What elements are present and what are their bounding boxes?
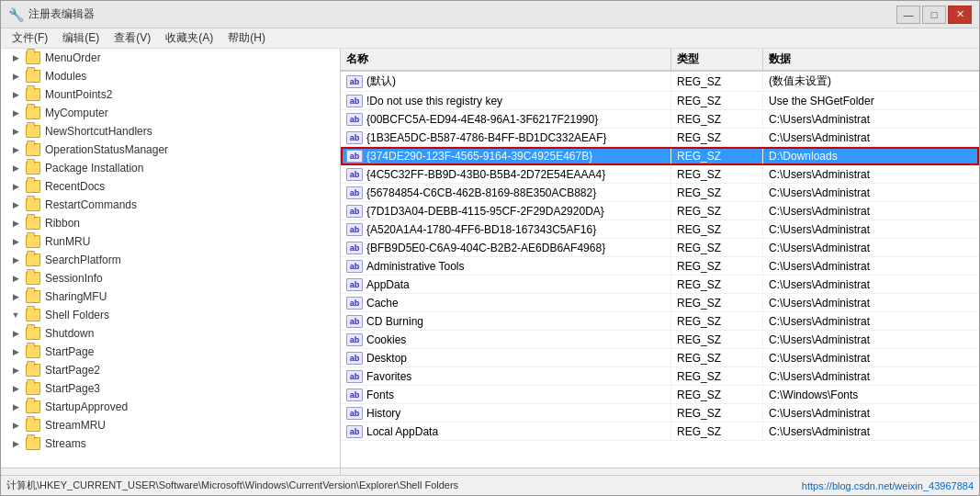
tree-item[interactable]: RecentDocs: [1, 177, 340, 196]
tree-item[interactable]: Package Installation: [1, 159, 340, 177]
menu-favorites[interactable]: 收藏夹(A): [158, 28, 220, 48]
table-row[interactable]: abDesktopREG_SZC:\Users\Administrat: [341, 349, 979, 367]
table-row[interactable]: ab{374DE290-123F-4565-9164-39C4925E467B}…: [341, 147, 979, 165]
tree-item[interactable]: StreamMRU: [1, 416, 340, 434]
table-row[interactable]: ab!Do not use this registry keyREG_SZUse…: [341, 92, 979, 110]
tree-item[interactable]: MenuOrder: [1, 49, 340, 67]
tree-item[interactable]: StartupApproved: [1, 398, 340, 416]
ab-icon: ab: [346, 352, 363, 365]
table-header: 名称 类型 数据: [341, 49, 979, 72]
tree-item[interactable]: RestartCommands: [1, 196, 340, 214]
folder-icon: [26, 88, 40, 101]
tree-item[interactable]: RunMRU: [1, 232, 340, 251]
tree-item[interactable]: StartPage2: [1, 361, 340, 379]
row-data-cell: C:\Users\Administrat: [763, 166, 979, 183]
ab-icon: ab: [346, 223, 363, 236]
table-row[interactable]: abCD BurningREG_SZC:\Users\Administrat: [341, 312, 979, 331]
table-row[interactable]: ab{7D1D3A04-DEBB-4115-95CF-2F29DA2920DA}…: [341, 202, 979, 220]
row-type-cell: REG_SZ: [671, 350, 763, 366]
row-data-cell: C:\Users\Administrat: [763, 350, 979, 366]
row-name: {1B3EA5DC-B587-4786-B4FF-BD1DC332AEAF}: [366, 131, 606, 144]
tree-item[interactable]: SharingMFU: [1, 287, 340, 306]
row-data-cell: D:\Downloads: [763, 148, 979, 164]
tree-item[interactable]: Shutdown: [1, 324, 340, 343]
menu-view[interactable]: 查看(V): [107, 28, 158, 48]
registry-table[interactable]: 名称 类型 数据 ab(默认)REG_SZ(数值未设置)ab!Do not us…: [341, 49, 979, 468]
tree-item-label: StartPage2: [45, 364, 100, 377]
table-row[interactable]: ab{00BCFC5A-ED94-4E48-96A1-3F6217F21990}…: [341, 110, 979, 129]
ab-icon: ab: [346, 186, 363, 199]
tree-expand-icon: [8, 289, 23, 304]
table-row[interactable]: abAppDataREG_SZC:\Users\Administrat: [341, 276, 979, 294]
left-h-scrollbar[interactable]: [1, 468, 340, 475]
row-data-cell: C:\Windows\Fonts: [763, 387, 979, 403]
table-row[interactable]: abLocal AppDataREG_SZC:\Users\Administra…: [341, 423, 979, 441]
tree-item-label: SessionInfo: [45, 272, 103, 285]
tree-item[interactable]: SearchPlatform: [1, 251, 340, 269]
table-row[interactable]: abAdministrative ToolsREG_SZC:\Users\Adm…: [341, 257, 979, 276]
tree-item[interactable]: NewShortcutHandlers: [1, 122, 340, 141]
tree-expand-icon: [8, 363, 23, 378]
row-data-cell: C:\Users\Administrat: [763, 332, 979, 348]
menu-file[interactable]: 文件(F): [5, 28, 55, 48]
tree-expand-icon: [8, 197, 23, 212]
table-row[interactable]: abCacheREG_SZC:\Users\Administrat: [341, 294, 979, 312]
menu-edit[interactable]: 编辑(E): [55, 28, 107, 48]
row-name: {7D1D3A04-DEBB-4115-95CF-2F29DA2920DA}: [366, 205, 604, 218]
restore-button[interactable]: □: [922, 6, 946, 24]
col-header-name: 名称: [341, 49, 671, 70]
row-data-cell: C:\Users\Administrat: [763, 221, 979, 238]
row-name: {56784854-C6CB-462B-8169-88E350ACB882}: [366, 186, 596, 199]
right-h-scrollbar[interactable]: [341, 468, 979, 475]
table-row[interactable]: abFontsREG_SZC:\Windows\Fonts: [341, 386, 979, 404]
table-row[interactable]: ab{BFB9D5E0-C6A9-404C-B2B2-AE6DB6AF4968}…: [341, 239, 979, 257]
table-row[interactable]: ab(默认)REG_SZ(数值未设置): [341, 72, 979, 92]
tree-item[interactable]: StartPage3: [1, 379, 340, 398]
table-row[interactable]: abFavoritesREG_SZC:\Users\Administrat: [341, 367, 979, 386]
tree-item[interactable]: SessionInfo: [1, 269, 340, 287]
folder-icon: [26, 254, 40, 266]
table-row[interactable]: abHistoryREG_SZC:\Users\Administrat: [341, 404, 979, 423]
tree-item[interactable]: Streams: [1, 434, 340, 453]
tree-item[interactable]: Shell Folders: [1, 306, 340, 324]
tree-item-label: MountPoints2: [45, 88, 112, 101]
row-name: Cache: [366, 297, 399, 310]
menu-help[interactable]: 帮助(H): [220, 28, 273, 48]
row-name: {A520A1A4-1780-4FF6-BD18-167343C5AF16}: [366, 223, 596, 236]
row-data-cell: C:\Users\Administrat: [763, 295, 979, 311]
row-type-cell: REG_SZ: [671, 405, 763, 422]
table-row[interactable]: abCookiesREG_SZC:\Users\Administrat: [341, 331, 979, 349]
row-data-cell: C:\Users\Administrat: [763, 258, 979, 275]
tree-item[interactable]: StartPage: [1, 343, 340, 361]
tree-item-label: MyComputer: [45, 107, 108, 119]
row-name-cell: abCache: [341, 295, 671, 311]
folder-icon: [26, 162, 40, 175]
table-row[interactable]: ab{1B3EA5DC-B587-4786-B4FF-BD1DC332AEAF}…: [341, 129, 979, 147]
tree-item[interactable]: Ribbon: [1, 214, 340, 232]
row-type-cell: REG_SZ: [671, 111, 763, 128]
table-row[interactable]: ab{4C5C32FF-BB9D-43B0-B5B4-2D72E54EAAA4}…: [341, 165, 979, 184]
row-name-cell: abDesktop: [341, 350, 671, 366]
close-button[interactable]: ✕: [948, 6, 972, 24]
minimize-button[interactable]: —: [896, 6, 920, 24]
table-row[interactable]: ab{A520A1A4-1780-4FF6-BD18-167343C5AF16}…: [341, 220, 979, 239]
row-name-cell: ab{1B3EA5DC-B587-4786-B4FF-BD1DC332AEAF}: [341, 130, 671, 146]
tree-item-label: Ribbon: [45, 217, 80, 230]
tree-item[interactable]: OperationStatusManager: [1, 141, 340, 159]
ab-icon: ab: [346, 113, 363, 126]
tree-item-label: Streams: [45, 437, 86, 450]
row-name: {374DE290-123F-4565-9164-39C4925E467B}: [366, 150, 592, 163]
tree-expand-icon: [8, 253, 23, 267]
ab-icon: ab: [346, 297, 363, 310]
table-row[interactable]: ab{56784854-C6CB-462B-8169-88E350ACB882}…: [341, 184, 979, 202]
row-name: {00BCFC5A-ED94-4E48-96A1-3F6217F21990}: [366, 113, 598, 126]
tree-item[interactable]: MyComputer: [1, 104, 340, 122]
ab-icon: ab: [346, 260, 363, 273]
title-bar-left: 🔧 注册表编辑器: [8, 6, 95, 22]
tree-item-label: StartupApproved: [45, 400, 128, 413]
tree-item-label: StartPage3: [45, 382, 100, 395]
tree-scroll[interactable]: MenuOrderModulesMountPoints2MyComputerNe…: [1, 49, 340, 468]
tree-item[interactable]: MountPoints2: [1, 85, 340, 104]
tree-item[interactable]: Modules: [1, 67, 340, 85]
folder-icon: [26, 51, 40, 64]
